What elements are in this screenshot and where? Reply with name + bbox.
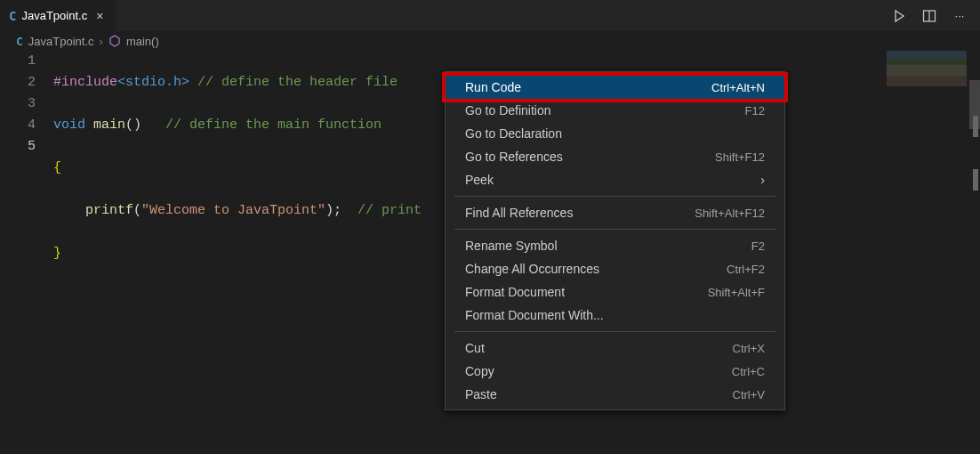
menu-item-copy[interactable]: CopyCtrl+C bbox=[446, 360, 784, 383]
line-number: 2 bbox=[0, 72, 36, 93]
tab-group: C JavaTpoint.c × bbox=[0, 0, 116, 31]
chevron-right-icon: › bbox=[760, 173, 765, 187]
c-file-icon: C bbox=[9, 9, 16, 23]
split-editor-icon[interactable] bbox=[920, 6, 939, 26]
menu-item-run-code[interactable]: Run CodeCtrl+Alt+N bbox=[442, 72, 788, 102]
menu-item-label: Format Document bbox=[465, 285, 565, 299]
more-icon[interactable]: ··· bbox=[950, 6, 969, 26]
menu-item-label: Rename Symbol bbox=[465, 239, 558, 253]
tab-bar: C JavaTpoint.c × ··· bbox=[0, 0, 980, 31]
breadcrumb-symbol: main() bbox=[126, 35, 159, 48]
menu-item-shortcut: F2 bbox=[751, 239, 765, 253]
menu-item-rename-symbol[interactable]: Rename SymbolF2 bbox=[446, 234, 784, 257]
line-number: 5 bbox=[0, 136, 36, 158]
menu-item-find-all-references[interactable]: Find All ReferencesShift+Alt+F12 bbox=[446, 201, 784, 224]
menu-item-cut[interactable]: CutCtrl+X bbox=[446, 336, 784, 360]
menu-item-go-to-references[interactable]: Go to ReferencesShift+F12 bbox=[446, 145, 784, 168]
context-menu: Run CodeCtrl+Alt+NGo to DefinitionF12Go … bbox=[445, 71, 785, 410]
menu-item-go-to-declaration[interactable]: Go to Declaration bbox=[446, 122, 784, 145]
menu-item-shortcut: Ctrl+X bbox=[733, 342, 765, 355]
menu-item-change-all-occurrences[interactable]: Change All OccurrencesCtrl+F2 bbox=[446, 257, 784, 280]
breadcrumb[interactable]: C JavaTpoint.c › main() bbox=[0, 31, 980, 51]
menu-item-shortcut: Ctrl+Alt+N bbox=[711, 81, 765, 94]
run-icon[interactable] bbox=[889, 6, 909, 26]
menu-item-label: Change All Occurrences bbox=[465, 262, 599, 276]
menu-item-shortcut: Ctrl+V bbox=[733, 388, 765, 401]
line-number: 4 bbox=[0, 115, 36, 136]
menu-item-label: Go to References bbox=[465, 150, 563, 164]
menu-item-label: Go to Declaration bbox=[465, 126, 562, 141]
menu-item-shortcut: Shift+Alt+F bbox=[708, 286, 765, 299]
menu-item-shortcut: Ctrl+F2 bbox=[727, 263, 765, 276]
minimap[interactable] bbox=[887, 51, 967, 86]
close-icon[interactable]: × bbox=[92, 9, 107, 23]
menu-item-label: Run Code bbox=[465, 80, 521, 94]
menu-item-shortcut: Ctrl+C bbox=[732, 365, 765, 378]
menu-item-label: Paste bbox=[465, 387, 497, 401]
menu-item-format-document[interactable]: Format DocumentShift+Alt+F bbox=[446, 280, 784, 304]
breadcrumb-filename: JavaTpoint.c bbox=[28, 35, 94, 48]
line-number: 1 bbox=[0, 51, 36, 72]
vertical-scrollbar[interactable] bbox=[969, 31, 980, 454]
menu-item-label: Format Document With... bbox=[465, 308, 604, 322]
chevron-right-icon: › bbox=[100, 35, 103, 48]
line-number: 3 bbox=[0, 93, 36, 115]
line-gutter: 1 2 3 4 5 bbox=[0, 51, 53, 307]
menu-item-label: Peek bbox=[465, 173, 494, 187]
menu-item-shortcut: Shift+Alt+F12 bbox=[695, 207, 765, 220]
menu-separator bbox=[454, 331, 775, 332]
menu-item-peek[interactable]: Peek› bbox=[446, 168, 784, 191]
menu-item-shortcut: F12 bbox=[745, 104, 765, 118]
menu-item-format-document-with[interactable]: Format Document With... bbox=[446, 304, 784, 327]
menu-item-label: Cut bbox=[465, 341, 485, 355]
tab-filename: JavaTpoint.c bbox=[21, 9, 87, 22]
editor-actions: ··· bbox=[889, 6, 980, 26]
menu-item-label: Copy bbox=[465, 364, 494, 378]
menu-item-label: Go to Definition bbox=[465, 103, 551, 118]
tab-file[interactable]: C JavaTpoint.c × bbox=[0, 0, 116, 31]
symbol-method-icon bbox=[108, 35, 121, 47]
menu-item-shortcut: Shift+F12 bbox=[715, 150, 765, 164]
c-file-icon: C bbox=[16, 35, 23, 48]
menu-item-label: Find All References bbox=[465, 206, 573, 220]
menu-separator bbox=[454, 229, 775, 230]
menu-separator bbox=[454, 196, 775, 197]
menu-item-paste[interactable]: PasteCtrl+V bbox=[446, 383, 784, 406]
